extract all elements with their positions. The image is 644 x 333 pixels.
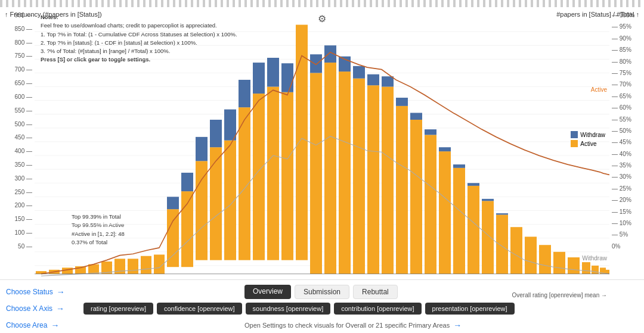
svg-rect-32	[196, 161, 208, 260]
svg-rect-30	[181, 191, 193, 267]
svg-rect-67	[439, 147, 451, 151]
tab-submission[interactable]: Submission	[295, 285, 349, 299]
svg-rect-58	[382, 87, 394, 274]
choose-xaxis-label[interactable]: Choose X Axis →	[6, 304, 78, 313]
svg-rect-77	[525, 236, 537, 273]
area-note: Open Settings to check visuals for Overa…	[244, 320, 462, 330]
svg-rect-45	[281, 63, 293, 92]
area-note-arrow: →	[453, 320, 462, 330]
svg-rect-62	[410, 120, 422, 274]
svg-rect-57	[367, 74, 379, 85]
svg-rect-71	[467, 183, 479, 186]
svg-rect-81	[582, 262, 590, 274]
svg-rect-46	[296, 25, 308, 260]
x-option-rating[interactable]: rating [openreview]	[83, 303, 153, 315]
svg-rect-29	[167, 197, 179, 209]
area-arrow-left: →	[51, 320, 59, 330]
xaxis-arrow: →	[56, 304, 64, 313]
svg-rect-80	[568, 257, 580, 274]
svg-rect-55	[353, 66, 365, 79]
svg-rect-28	[167, 209, 179, 267]
svg-rect-66	[439, 151, 451, 274]
area-row: Choose Area → Open Settings to check vis…	[0, 317, 644, 333]
xaxis-row: Choose X Axis → rating [openreview] conf…	[0, 300, 644, 317]
svg-rect-40	[253, 94, 265, 260]
svg-rect-34	[210, 147, 222, 260]
choose-area-label[interactable]: Choose Area →	[6, 320, 78, 330]
x-option-confidence[interactable]: confidence [openreview]	[157, 303, 242, 315]
tab-rebuttal[interactable]: Rebuttal	[353, 285, 398, 299]
svg-rect-49	[310, 54, 322, 73]
svg-rect-43	[267, 58, 279, 87]
x-option-contribution[interactable]: contribution [openreview]	[334, 303, 421, 315]
status-arrow: →	[57, 287, 65, 297]
svg-rect-60	[396, 106, 408, 274]
svg-rect-31	[181, 173, 193, 191]
svg-rect-69	[453, 164, 465, 168]
svg-rect-52	[339, 71, 351, 274]
svg-rect-44	[281, 92, 293, 260]
tab-group: Overview Submission Rebuttal	[244, 285, 398, 299]
svg-rect-82	[592, 266, 599, 274]
status-row: Choose Status → Overview Submission Rebu…	[0, 284, 644, 300]
y-axis-left-labels: 900 —850 —800 —750 — 700 —650 —600 —550 …	[0, 7, 35, 279]
svg-rect-33	[196, 137, 208, 161]
chart-area	[35, 18, 609, 279]
svg-rect-64	[425, 135, 436, 273]
svg-rect-72	[482, 201, 494, 273]
svg-rect-63	[410, 113, 422, 120]
choose-status-label[interactable]: Choose Status →	[6, 287, 78, 297]
svg-rect-65	[425, 129, 436, 135]
svg-rect-59	[382, 76, 394, 86]
svg-rect-56	[367, 85, 379, 274]
svg-rect-25	[128, 259, 138, 273]
top-border	[0, 0, 644, 7]
svg-rect-37	[224, 110, 236, 141]
y-axis-right-labels: — 100%— 95%— 90%— 85% — 80%— 75%— 70%— 6…	[609, 7, 644, 279]
svg-rect-76	[510, 227, 522, 274]
svg-rect-42	[267, 87, 279, 260]
svg-rect-73	[482, 199, 494, 201]
x-option-presentation[interactable]: presentation [openreview]	[425, 303, 515, 315]
svg-rect-41	[253, 63, 265, 94]
tab-overview[interactable]: Overview	[244, 285, 291, 299]
x-axis-options: rating [openreview] confidence [openrevi…	[83, 303, 515, 315]
svg-rect-68	[453, 168, 465, 274]
svg-rect-61	[396, 98, 408, 106]
legend: Withdraw Active	[571, 131, 605, 149]
bottom-controls: Choose Status → Overview Submission Rebu…	[0, 279, 644, 333]
svg-rect-54	[353, 79, 365, 274]
svg-rect-74	[496, 214, 508, 273]
svg-rect-48	[310, 73, 322, 273]
svg-rect-35	[210, 120, 222, 147]
svg-rect-50	[324, 63, 336, 274]
svg-rect-70	[467, 186, 479, 274]
svg-rect-26	[141, 256, 151, 274]
svg-rect-75	[496, 213, 508, 214]
x-option-soundness[interactable]: soundness [openreview]	[246, 303, 331, 315]
svg-rect-78	[539, 245, 551, 274]
svg-rect-39	[239, 80, 250, 107]
svg-rect-79	[553, 252, 565, 274]
